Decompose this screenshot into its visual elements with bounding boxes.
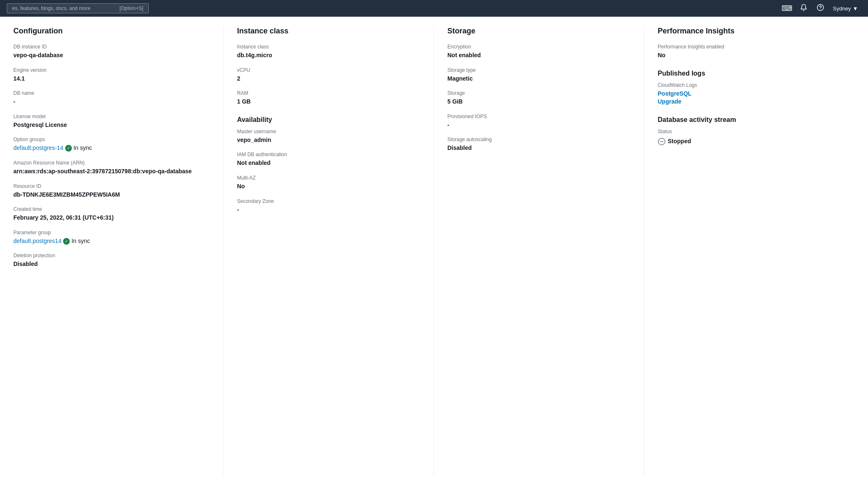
postgresql-logs-link[interactable]: PostgreSQL (658, 90, 692, 97)
storage-section: Storage Encryption Not enabled Storage t… (434, 27, 645, 476)
cloudwatch-logs-field: CloudWatch Logs PostgreSQL Upgrade (658, 82, 855, 106)
iam-db-auth-field: IAM DB authentication Not enabled (237, 152, 421, 167)
search-placeholder-text: es, features, blogs, docs, and more (12, 5, 90, 11)
storage-size-value: 5 GiB (447, 98, 631, 106)
secondary-zone-label: Secondary Zone (237, 198, 421, 204)
db-instance-id-label: DB instance ID (13, 44, 210, 50)
option-groups-value: default:postgres-14 ✓ In sync (13, 144, 210, 152)
region-selector[interactable]: Sydney ▼ (830, 4, 861, 13)
option-groups-sync-icon: ✓ (65, 145, 72, 152)
deletion-protection-label: Deletion protection (13, 253, 210, 258)
stopped-label: Stopped (668, 137, 691, 146)
parameter-group-sync-icon: ✓ (63, 238, 70, 245)
pi-enabled-label: Performance Insights enabled (658, 44, 855, 50)
region-label: Sydney (833, 5, 851, 12)
availability-title: Availability (237, 116, 421, 124)
provisioned-iops-value: - (447, 121, 631, 129)
license-model-label: License model (13, 114, 210, 119)
provisioned-iops-field: Provisioned IOPS - (447, 114, 631, 129)
db-instance-id-value: vepo-qa-database (13, 51, 210, 60)
license-model-value: Postgresql License (13, 121, 210, 129)
license-model-field: License model Postgresql License (13, 114, 210, 129)
terminal-icon-button[interactable]: ⌨ (779, 1, 794, 16)
multi-az-label: Multi-AZ (237, 175, 421, 181)
storage-autoscaling-value: Disabled (447, 144, 631, 152)
storage-title: Storage (447, 27, 631, 35)
encryption-label: Encryption (447, 44, 631, 50)
pi-enabled-value: No (658, 51, 855, 60)
activity-stream-status-label: Status (658, 129, 855, 134)
help-icon (817, 4, 824, 13)
search-bar[interactable]: es, features, blogs, docs, and more [Opt… (7, 3, 149, 13)
master-username-field: Master username vepo_admin (237, 129, 421, 144)
storage-type-field: Storage type Magnetic (447, 67, 631, 83)
main-content: Configuration DB instance ID vepo-qa-dat… (0, 17, 868, 486)
deletion-protection-value: Disabled (13, 260, 210, 268)
help-icon-button[interactable] (813, 1, 828, 16)
configuration-section: Configuration DB instance ID vepo-qa-dat… (13, 27, 224, 476)
parameter-group-sync-text: In sync (71, 237, 90, 246)
secondary-zone-field: Secondary Zone - (237, 198, 421, 214)
engine-version-field: Engine version 14.1 (13, 67, 210, 83)
option-groups-badge: default:postgres-14 ✓ In sync (13, 144, 92, 152)
chevron-down-icon: ▼ (853, 5, 858, 12)
resource-id-label: Resource ID (13, 183, 210, 189)
iam-db-auth-value: Not enabled (237, 159, 421, 167)
master-username-value: vepo_admin (237, 136, 421, 144)
storage-type-label: Storage type (447, 67, 631, 73)
performance-insights-section: Performance Insights Performance Insight… (645, 27, 855, 476)
upgrade-logs-link[interactable]: Upgrade (658, 98, 682, 105)
activity-stream-status-field: Status Stopped (658, 129, 855, 146)
parameter-group-value: default.postgres14 ✓ In sync (13, 237, 210, 246)
multi-az-field: Multi-AZ No (237, 175, 421, 191)
deletion-protection-field: Deletion protection Disabled (13, 253, 210, 268)
top-navigation: es, features, blogs, docs, and more [Opt… (0, 0, 868, 17)
stopped-icon (658, 138, 665, 145)
resource-id-value: db-TDNKJE6E3MIZBM45ZPPEW5IA6M (13, 191, 210, 199)
multi-az-value: No (237, 182, 421, 191)
activity-stream-title: Database activity stream (658, 116, 855, 124)
option-groups-label: Option groups (13, 137, 210, 142)
option-groups-link[interactable]: default:postgres-14 (13, 144, 63, 152)
ram-label: RAM (237, 90, 421, 96)
bell-icon (800, 4, 807, 13)
created-time-label: Created time (13, 206, 210, 212)
db-name-field: DB name - (13, 90, 210, 106)
notifications-icon-button[interactable] (796, 1, 811, 16)
vcpu-label: vCPU (237, 67, 421, 73)
nav-icons: ⌨ Sydney ▼ (779, 1, 861, 16)
parameter-group-label: Parameter group (13, 230, 210, 235)
secondary-zone-value: - (237, 206, 421, 214)
instance-class-value: db.t4g.micro (237, 51, 421, 60)
activity-stream-status-value: Stopped (658, 136, 855, 146)
published-logs-title: Published logs (658, 70, 855, 77)
cloudwatch-logs-label: CloudWatch Logs (658, 82, 855, 88)
engine-version-value: 14.1 (13, 75, 210, 83)
pi-enabled-field: Performance Insights enabled No (658, 44, 855, 60)
search-shortcut: [Option+S] (119, 5, 143, 11)
ram-field: RAM 1 GB (237, 90, 421, 106)
instance-class-title: Instance class (237, 27, 421, 35)
storage-autoscaling-field: Storage autoscaling Disabled (447, 137, 631, 152)
storage-autoscaling-label: Storage autoscaling (447, 137, 631, 142)
terminal-icon: ⌨ (782, 4, 792, 13)
provisioned-iops-label: Provisioned IOPS (447, 114, 631, 119)
master-username-label: Master username (237, 129, 421, 134)
parameter-group-badge: default.postgres14 ✓ In sync (13, 237, 90, 246)
engine-version-label: Engine version (13, 67, 210, 73)
cloudwatch-logs-links: PostgreSQL Upgrade (658, 90, 855, 106)
configuration-title: Configuration (13, 27, 210, 35)
storage-size-label: Storage (447, 90, 631, 96)
instance-class-section: Instance class Instance class db.t4g.mic… (224, 27, 434, 476)
vcpu-field: vCPU 2 (237, 67, 421, 83)
parameter-group-link[interactable]: default.postgres14 (13, 237, 61, 246)
vcpu-value: 2 (237, 75, 421, 83)
storage-type-value: Magnetic (447, 75, 631, 83)
iam-db-auth-label: IAM DB authentication (237, 152, 421, 157)
ram-value: 1 GB (237, 98, 421, 106)
created-time-field: Created time February 25, 2022, 06:31 (U… (13, 206, 210, 222)
performance-insights-title: Performance Insights (658, 27, 855, 35)
arn-value: arn:aws:rds:ap-southeast-2:397872150798:… (13, 167, 210, 176)
db-instance-id-field: DB instance ID vepo-qa-database (13, 44, 210, 60)
instance-class-label: Instance class (237, 44, 421, 50)
